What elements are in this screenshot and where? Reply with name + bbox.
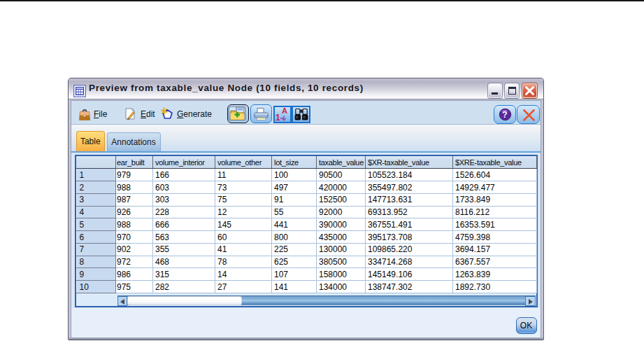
svg-text:1: 1 — [276, 113, 280, 122]
svg-text:?: ? — [502, 110, 507, 120]
svg-text:A: A — [282, 107, 287, 115]
